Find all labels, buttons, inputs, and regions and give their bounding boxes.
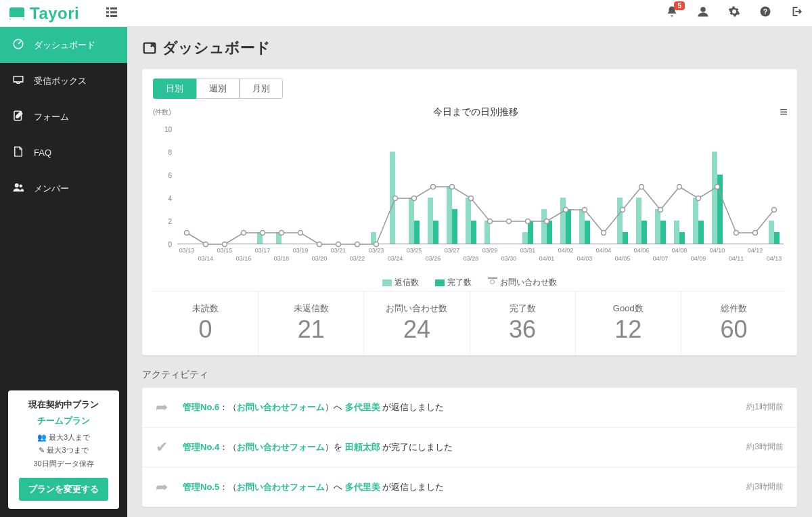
x-tick: 04/10 [710,247,725,254]
y-tick: 10 [153,126,172,133]
sidebar-item-dashboard[interactable]: ダッシュボード [0,27,127,63]
x-tick: 03/20 [312,255,328,262]
change-plan-button[interactable]: プランを変更する [19,478,108,501]
legend-item: 返信数 [382,277,419,288]
x-tick: 04/02 [558,247,574,254]
stat-value: 21 [258,316,363,343]
activity-row[interactable]: ✔管理No.4：（お問い合わせフォーム）を 田頼太郎 が完了にしました約3時間前 [142,428,797,468]
svg-point-14 [185,231,189,235]
help-icon[interactable]: ? [759,5,771,21]
brand-logo[interactable]: Tayori [9,4,79,23]
svg-point-15 [204,242,208,247]
reply-icon: ➦ [156,399,183,416]
x-tick: 04/06 [634,247,650,254]
sidebar-item-form[interactable]: フォーム [0,99,127,135]
x-tick: 03/13 [179,247,195,254]
notifications-icon[interactable]: 5 [666,5,678,21]
y-tick: 2 [153,218,172,225]
stat-label: お問い合わせ数 [364,302,469,315]
svg-point-26 [412,196,417,201]
svg-point-6 [700,7,706,12]
y-tick: 0 [153,241,172,248]
x-tick: 03/14 [198,255,214,262]
svg-point-35 [583,208,587,212]
sidebar-item-label: フォーム [34,111,69,123]
svg-point-29 [469,196,474,201]
activity-row[interactable]: ➦管理No.6：（お問い合わせフォーム）へ 多代里美 が返信しました約1時間前 [142,388,797,428]
sidebar-item-faq[interactable]: FAQ [0,135,127,171]
stat-value: 24 [364,316,469,343]
svg-point-31 [507,219,512,224]
y-tick: 6 [153,172,172,179]
activity-text: 管理No.6：（お問い合わせフォーム）へ 多代里美 が返信しました [183,401,746,413]
sidebar-toggle-icon[interactable] [106,7,117,20]
dashboard-icon [12,38,24,52]
svg-point-24 [374,242,379,247]
x-tick: 03/15 [217,247,233,254]
page-title: ダッシュボード [142,38,797,58]
y-tick: 8 [153,149,172,156]
x-tick: 04/12 [748,247,763,254]
stat-完了数: 完了数36 [470,292,576,355]
stat-label: 未読数 [153,302,258,315]
sidebar-item-inbox[interactable]: 受信ボックス [0,63,127,99]
plan-limit-users: 👥 最大3人まで [14,431,114,445]
x-tick: 04/03 [577,255,593,262]
plan-title: 現在契約中プラン [14,399,114,411]
stat-label: Good数 [576,302,681,315]
x-tick: 03/27 [445,247,460,254]
activity-title: アクティビティ [142,369,797,381]
notification-badge: 5 [674,1,685,10]
x-tick: 03/24 [388,255,403,262]
reply-icon: ➦ [156,478,183,496]
plan-card: 現在契約中プラン チームプラン 👥 最大3人まで ✎ 最大3つまで 30日間デー… [8,390,119,509]
x-tick: 03/28 [464,255,479,262]
line-series [177,129,784,244]
svg-point-43 [734,231,739,235]
x-tick: 04/04 [596,247,612,254]
chart-menu-icon[interactable]: ≡ [780,104,786,120]
tab-2[interactable]: 月別 [240,78,283,99]
x-tick: 04/09 [691,255,706,262]
sidebar-item-members[interactable]: メンバー [0,171,127,206]
tab-1[interactable]: 週別 [196,78,240,99]
brand-name: Tayori [30,4,79,23]
svg-point-17 [242,231,246,235]
plan-name: チームプラン [14,415,114,427]
svg-point-36 [602,231,606,235]
svg-point-37 [621,208,625,212]
user-icon[interactable] [697,5,709,21]
x-tick: 03/30 [501,255,517,262]
faq-icon [12,145,24,160]
x-tick: 04/11 [729,255,744,262]
sidebar-item-label: FAQ [34,148,51,158]
check-icon: ✔ [156,439,183,456]
svg-point-41 [696,196,701,201]
tab-0[interactable]: 日別 [153,78,196,99]
members-icon [12,181,24,196]
x-tick: 03/16 [236,255,252,262]
svg-point-39 [658,208,663,212]
logout-icon[interactable] [790,5,803,21]
svg-rect-1 [110,7,117,9]
x-tick: 04/01 [539,255,555,262]
x-tick: 03/18 [274,255,290,262]
svg-point-34 [564,208,568,212]
chart-title: 今日までの日別推移 [171,106,780,118]
x-tick: 03/22 [350,255,365,262]
svg-rect-5 [110,15,117,17]
svg-point-18 [261,231,265,235]
svg-point-23 [355,242,360,247]
y-tick: 4 [153,195,172,202]
activity-time: 約3時間前 [746,481,784,493]
stats-row: 未読数0未返信数21お問い合わせ数24完了数36Good数12総件数60 [153,291,786,355]
x-tick: 03/25 [407,247,422,254]
svg-point-28 [450,185,455,189]
stat-value: 36 [470,316,575,343]
activity-list: ➦管理No.6：（お問い合わせフォーム）へ 多代里美 が返信しました約1時間前✔… [142,388,797,507]
x-tick: 03/29 [482,247,498,254]
sidebar: ダッシュボード受信ボックスフォームFAQメンバー 現在契約中プラン チームプラン… [0,27,127,517]
activity-row[interactable]: ➦管理No.5：（お問い合わせフォーム）へ 多代里美 が返信しました約3時間前 [142,468,797,507]
settings-icon[interactable] [728,5,740,21]
plan-limit-forms: ✎ 最大3つまで [14,444,114,457]
